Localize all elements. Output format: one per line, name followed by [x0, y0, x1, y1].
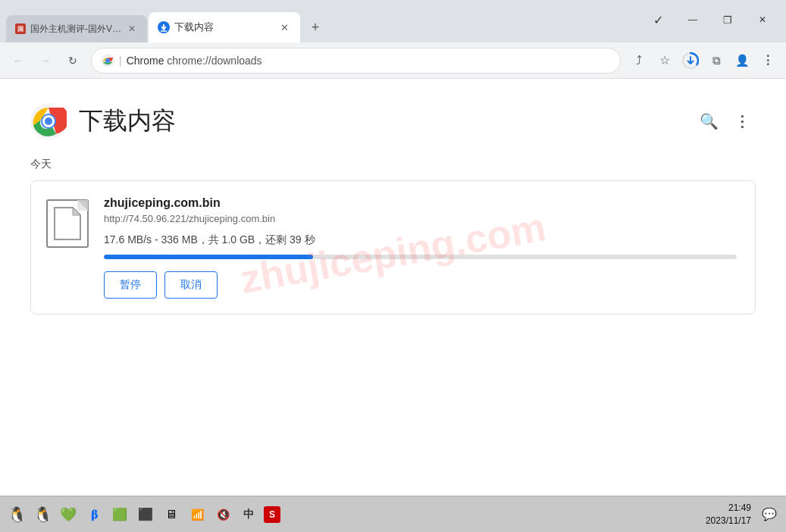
taskbar-icon-volume[interactable]: 🔇 — [212, 504, 233, 525]
address-bar[interactable]: | Chrome chrome://downloads — [91, 48, 621, 74]
download-progress-icon — [682, 52, 699, 69]
svg-point-6 — [105, 58, 110, 63]
more-menu-button[interactable]: ⋮ — [756, 49, 780, 73]
tab-active[interactable]: 下载内容 ✕ — [149, 12, 300, 42]
forward-button[interactable]: → — [33, 49, 58, 73]
page-search-button[interactable]: 🔍 — [695, 108, 722, 135]
tab-inactive-title: 国外主机测评-国外VPS， — [30, 23, 121, 36]
new-tab-button[interactable]: + — [303, 15, 327, 39]
refresh-button[interactable]: ↻ — [61, 49, 85, 73]
download-progress-bar — [104, 255, 737, 259]
tab-active-close[interactable]: ✕ — [277, 20, 291, 34]
taskbar-right: 21:49 2023/11/17 💬 — [706, 502, 780, 527]
taskbar-clock: 21:49 2023/11/17 — [706, 502, 751, 527]
download-status: 17.6 MB/s - 336 MB，共 1.0 GB，还剩 39 秒 — [104, 233, 737, 247]
taskbar-icon-wechat[interactable]: 💚 — [58, 504, 79, 525]
win-minimize-btn[interactable]: — — [675, 8, 710, 32]
navbar: ← → ↻ | Chrome chrome://downloads ⤴ — [0, 42, 786, 79]
page-header: 下载内容 🔍 ⋮ — [30, 103, 756, 139]
download-info: zhujiceping.com.bin http://74.50.96.221/… — [104, 196, 737, 299]
page-title: 下载内容 — [79, 105, 176, 138]
file-icon-svg — [53, 206, 82, 241]
back-button[interactable]: ← — [6, 49, 30, 73]
taskbar-icon-wifi[interactable]: 📶 — [186, 504, 208, 525]
taskbar-icon-nvidia[interactable]: 🟩 — [109, 504, 130, 525]
taskbar-notification-button[interactable]: 💬 — [759, 504, 780, 525]
taskbar: 🐧 🐧 💚 𝛃 🟩 ⬛ 🖥 📶 🔇 中 S 21:49 2023/11/17 💬 — [0, 496, 786, 532]
address-url: chrome://downloads — [167, 55, 261, 67]
download-actions: 暂停 取消 — [104, 271, 737, 299]
tab-favicon-inactive: 国 — [15, 23, 26, 34]
main-content: zhujiceping.com 下载内容 🔍 ⋮ 今天 — [0, 79, 786, 496]
nav-right-buttons: ⤴ ☆ ⧉ 👤 ⋮ — [627, 49, 780, 73]
tab-inactive[interactable]: 国 国外主机测评-国外VPS， ✕ — [6, 15, 147, 42]
svg-point-13 — [45, 117, 52, 125]
split-view-button[interactable]: ⧉ — [704, 49, 728, 73]
taskbar-icon-qq2[interactable]: 🐧 — [32, 504, 53, 525]
download-item: zhujiceping.com.bin http://74.50.96.221/… — [30, 180, 756, 315]
taskbar-time-value: 21:49 — [706, 502, 751, 515]
win-close-btn[interactable]: ✕ — [745, 8, 780, 32]
win-restore-btn[interactable]: ❐ — [710, 8, 745, 32]
download-file-icon — [46, 199, 89, 248]
win-checkmark-btn[interactable]: ✓ — [640, 8, 675, 32]
taskbar-date-value: 2023/11/17 — [706, 515, 751, 527]
brand-name: Chrome — [127, 55, 164, 67]
pause-button[interactable]: 暂停 — [104, 271, 157, 299]
share-button[interactable]: ⤴ — [627, 49, 651, 73]
chrome-logo-small — [101, 54, 114, 67]
titlebar: 国 国外主机测评-国外VPS， ✕ 下载内容 ✕ + ✓ — ❐ ✕ — [0, 0, 786, 42]
taskbar-icon-sogou[interactable]: S — [264, 506, 280, 523]
taskbar-icon-input-method[interactable]: 中 — [238, 504, 259, 525]
section-today-label: 今天 — [30, 158, 756, 171]
page-more-button[interactable]: ⋮ — [728, 108, 756, 135]
address-separator: | — [119, 55, 122, 67]
download-indicator-button[interactable] — [678, 49, 703, 73]
tab-active-favicon — [158, 21, 170, 33]
taskbar-icon-bluetooth[interactable]: 𝛃 — [83, 504, 105, 525]
cancel-button[interactable]: 取消 — [164, 271, 218, 299]
download-filename: zhujiceping.com.bin — [104, 196, 737, 210]
window-controls: ✓ — ❐ ✕ — [640, 8, 786, 42]
page-header-actions: 🔍 ⋮ — [695, 108, 756, 135]
taskbar-icon-monitor[interactable]: 🖥 — [161, 504, 182, 525]
profile-button[interactable]: 👤 — [730, 49, 754, 73]
taskbar-icon-app1[interactable]: ⬛ — [135, 504, 156, 525]
download-url: http://74.50.96.221/zhujiceping.com.bin — [104, 213, 737, 224]
address-text: Chrome chrome://downloads — [127, 55, 262, 67]
taskbar-icon-qq1[interactable]: 🐧 — [6, 504, 27, 525]
tab-active-title: 下载内容 — [174, 20, 273, 34]
bookmark-button[interactable]: ☆ — [653, 49, 677, 73]
tab-inactive-close[interactable]: ✕ — [126, 23, 138, 35]
chrome-logo-large — [30, 103, 67, 139]
progress-bar-fill — [104, 255, 313, 259]
